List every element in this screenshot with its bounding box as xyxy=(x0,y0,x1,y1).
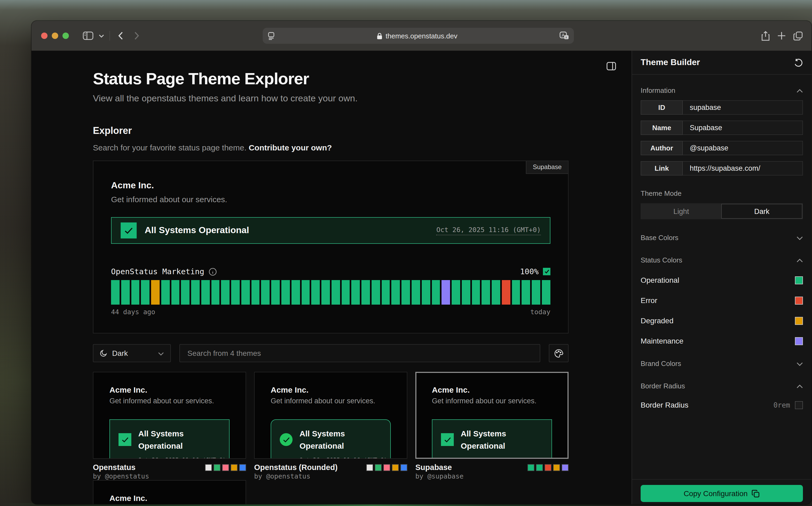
border-radius-value[interactable]: 0rem xyxy=(773,401,790,409)
info-field-label: Link xyxy=(641,161,683,175)
theme-card[interactable]: Acme Inc. Get informed about our service… xyxy=(93,372,246,459)
status-color-swatch-operational[interactable] xyxy=(795,276,803,284)
theme-mode-dropdown[interactable]: Dark xyxy=(93,344,171,362)
copy-configuration-button[interactable]: Copy Configuration xyxy=(641,485,803,502)
uptime-bar-operational[interactable] xyxy=(482,280,490,305)
uptime-bar-operational[interactable] xyxy=(201,280,210,305)
minimize-window-button[interactable] xyxy=(52,32,58,39)
uptime-bar-degraded[interactable] xyxy=(151,280,160,305)
uptime-bar-operational[interactable] xyxy=(171,280,179,305)
mini-status-check-icon xyxy=(441,433,454,446)
address-bar[interactable]: themes.openstatus.dev A x xyxy=(263,28,574,44)
uptime-bar-operational[interactable] xyxy=(522,280,530,305)
theme-mode-option-light[interactable]: Light xyxy=(641,204,721,219)
uptime-bar-operational[interactable] xyxy=(512,280,520,305)
uptime-bar-operational[interactable] xyxy=(331,280,340,305)
status-color-swatch-degraded[interactable] xyxy=(795,317,803,325)
uptime-bar-operational[interactable] xyxy=(191,280,200,305)
section-brand-colors[interactable]: Brand Colors xyxy=(641,359,803,367)
sidebar-toggle-icon[interactable] xyxy=(81,29,95,43)
translate-icon[interactable]: A x xyxy=(560,31,569,40)
uptime-bar-operational[interactable] xyxy=(221,280,230,305)
back-button[interactable] xyxy=(113,29,128,43)
uptime-bar-operational[interactable] xyxy=(532,280,540,305)
new-tab-icon[interactable] xyxy=(777,31,786,40)
reset-theme-icon[interactable] xyxy=(794,58,803,67)
uptime-bar-operational[interactable] xyxy=(492,280,500,305)
tab-overview-icon[interactable] xyxy=(793,31,803,40)
status-color-swatch-error[interactable] xyxy=(795,297,803,304)
uptime-bar-operational[interactable] xyxy=(361,280,370,305)
uptime-bar-operational[interactable] xyxy=(381,280,390,305)
uptime-bar-operational[interactable] xyxy=(121,280,130,305)
uptime-bar-operational[interactable] xyxy=(292,280,300,305)
theme-swatches xyxy=(205,464,246,471)
chevron-down-icon[interactable] xyxy=(97,29,106,43)
page-format-icon[interactable] xyxy=(268,32,275,40)
info-field-input-name[interactable] xyxy=(683,120,803,135)
info-icon[interactable] xyxy=(209,267,217,275)
uptime-bar-operational[interactable] xyxy=(412,280,420,305)
panel-right-toggle-icon[interactable] xyxy=(605,60,618,72)
info-field-input-author[interactable] xyxy=(683,141,803,155)
section-border-radius[interactable]: Border Radius xyxy=(641,382,803,390)
theme-card-footer: Openstatus by @openstatus xyxy=(93,463,246,480)
contribute-link[interactable]: Contribute your own? xyxy=(249,143,332,152)
uptime-bar-error[interactable] xyxy=(502,280,510,305)
uptime-bar-operational[interactable] xyxy=(372,280,380,305)
uptime-bar-operational[interactable] xyxy=(261,280,270,305)
section-information[interactable]: Information xyxy=(641,86,803,94)
theme-search-input[interactable] xyxy=(180,345,540,362)
palette-button[interactable] xyxy=(549,344,569,362)
uptime-bar-operational[interactable] xyxy=(542,280,550,305)
uptime-bar-operational[interactable] xyxy=(301,280,310,305)
uptime-bar-operational[interactable] xyxy=(231,280,240,305)
uptime-bar-operational[interactable] xyxy=(141,280,150,305)
chevron-down-icon xyxy=(797,359,803,367)
uptime-bar-operational[interactable] xyxy=(272,280,280,305)
uptime-bar-operational[interactable] xyxy=(401,280,410,305)
theme-mode-option-dark[interactable]: Dark xyxy=(721,204,802,219)
border-radius-swatch[interactable] xyxy=(795,401,803,409)
uptime-bar-operational[interactable] xyxy=(311,280,320,305)
status-color-swatch-maintenance[interactable] xyxy=(795,337,803,345)
uptime-bar-operational[interactable] xyxy=(352,280,360,305)
uptime-bar-operational[interactable] xyxy=(111,280,120,305)
uptime-bar-operational[interactable] xyxy=(432,280,440,305)
uptime-bar-operational[interactable] xyxy=(342,280,350,305)
status-timestamp[interactable]: Oct 26, 2025 11:16 (GMT+0) xyxy=(436,226,541,235)
info-field-input-link[interactable] xyxy=(683,161,803,175)
share-icon[interactable] xyxy=(761,31,770,41)
uptime-bar-operational[interactable] xyxy=(391,280,400,305)
forward-button[interactable] xyxy=(129,29,144,43)
uptime-bar-operational[interactable] xyxy=(462,280,470,305)
maximize-window-button[interactable] xyxy=(63,32,69,39)
section-base-colors[interactable]: Base Colors xyxy=(641,234,803,242)
uptime-bar-operational[interactable] xyxy=(181,280,190,305)
uptime-bar-operational[interactable] xyxy=(321,280,330,305)
theme-card[interactable]: Acme Inc. Get informed about our service… xyxy=(415,372,569,459)
border-radius-row-label: Border Radius xyxy=(641,401,688,409)
section-status-colors[interactable]: Status Colors xyxy=(641,256,803,264)
theme-search xyxy=(179,344,540,362)
uptime-bar-operational[interactable] xyxy=(472,280,480,305)
uptime-bar-operational[interactable] xyxy=(452,280,460,305)
information-label: Information xyxy=(641,86,675,94)
info-field-input-id[interactable] xyxy=(683,100,803,115)
uptime-bar-operational[interactable] xyxy=(281,280,290,305)
theme-mode-label: Theme Mode xyxy=(641,189,803,197)
theme-card[interactable]: Acme Inc. Get informed about our service… xyxy=(254,372,407,459)
theme-card[interactable]: Acme Inc. Get informed about our service… xyxy=(93,480,246,504)
uptime-bar-operational[interactable] xyxy=(211,280,220,305)
uptime-bar-operational[interactable] xyxy=(161,280,170,305)
close-window-button[interactable] xyxy=(41,32,48,39)
status-color-row-error: Error xyxy=(641,296,803,305)
uptime-check-icon xyxy=(543,268,550,275)
uptime-bar-operational[interactable] xyxy=(251,280,260,305)
uptime-bar-operational[interactable] xyxy=(131,280,140,305)
uptime-bar-maintenance[interactable] xyxy=(442,280,450,305)
uptime-bar-operational[interactable] xyxy=(422,280,430,305)
theme-grid-cell: Acme Inc. Get informed about our service… xyxy=(415,372,569,480)
uptime-bar-operational[interactable] xyxy=(241,280,250,305)
theme-color-swatch xyxy=(383,464,390,471)
